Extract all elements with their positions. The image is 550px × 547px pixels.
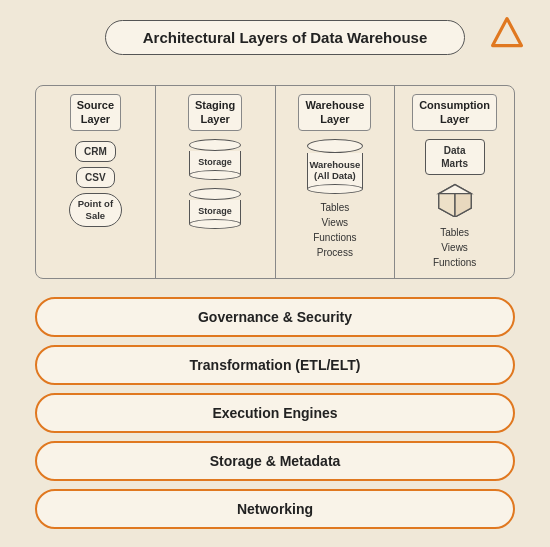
warehouse-layer-title: WarehouseLayer: [298, 94, 371, 131]
consumption-layer-title: ConsumptionLayer: [412, 94, 497, 131]
wh-cyl-top: [307, 139, 363, 153]
cyl2-bottom: [189, 219, 241, 229]
source-items: CRM CSV Point ofSale: [69, 141, 122, 228]
staging-items: Storage Storage: [189, 139, 241, 229]
layers-section: SourceLayer CRM CSV Point ofSale Staging…: [35, 85, 515, 279]
warehouse-cylinder: Warehouse(All Data): [307, 139, 363, 194]
data-marts-box: DataMarts: [425, 139, 485, 175]
wh-cyl-bottom: [307, 184, 363, 194]
source-layer-title: SourceLayer: [70, 94, 121, 131]
warehouse-layer: WarehouseLayer Warehouse(All Data) Table…: [276, 86, 396, 278]
networking-btn[interactable]: Networking: [35, 489, 515, 529]
source-layer: SourceLayer CRM CSV Point ofSale: [36, 86, 156, 278]
bottom-section: Governance & Security Transformation (ET…: [35, 297, 515, 529]
consumption-layer: ConsumptionLayer DataMarts TablesViewsFu…: [395, 86, 514, 278]
logo: [489, 15, 525, 51]
cyl1-bottom: [189, 170, 241, 180]
pos-item: Point ofSale: [69, 193, 122, 228]
staging-layer: StagingLayer Storage Storage: [156, 86, 276, 278]
crm-item: CRM: [75, 141, 116, 162]
warehouse-items: Warehouse(All Data) TablesViewsFunctions…: [307, 139, 363, 260]
svg-marker-6: [455, 193, 471, 216]
consumption-text-list: TablesViewsFunctions: [433, 225, 476, 270]
storage-metadata-btn[interactable]: Storage & Metadata: [35, 441, 515, 481]
csv-item: CSV: [76, 167, 115, 188]
transformation-btn[interactable]: Transformation (ETL/ELT): [35, 345, 515, 385]
svg-marker-0: [493, 19, 522, 46]
warehouse-text-list: TablesViewsFunctionsProcess: [313, 200, 356, 260]
cube-icon: [435, 181, 475, 217]
execution-btn[interactable]: Execution Engines: [35, 393, 515, 433]
storage-cylinder-2: Storage: [189, 188, 241, 229]
cyl2-top: [189, 188, 241, 200]
page-title: Architectural Layers of Data Warehouse: [105, 20, 465, 55]
svg-marker-4: [438, 184, 470, 193]
main-container: Architectural Layers of Data Warehouse S…: [15, 0, 535, 547]
governance-btn[interactable]: Governance & Security: [35, 297, 515, 337]
consumption-items: DataMarts TablesViewsFunctions: [425, 139, 485, 270]
svg-marker-5: [438, 193, 454, 216]
cyl1-top: [189, 139, 241, 151]
storage-cylinder-1: Storage: [189, 139, 241, 180]
staging-layer-title: StagingLayer: [188, 94, 242, 131]
